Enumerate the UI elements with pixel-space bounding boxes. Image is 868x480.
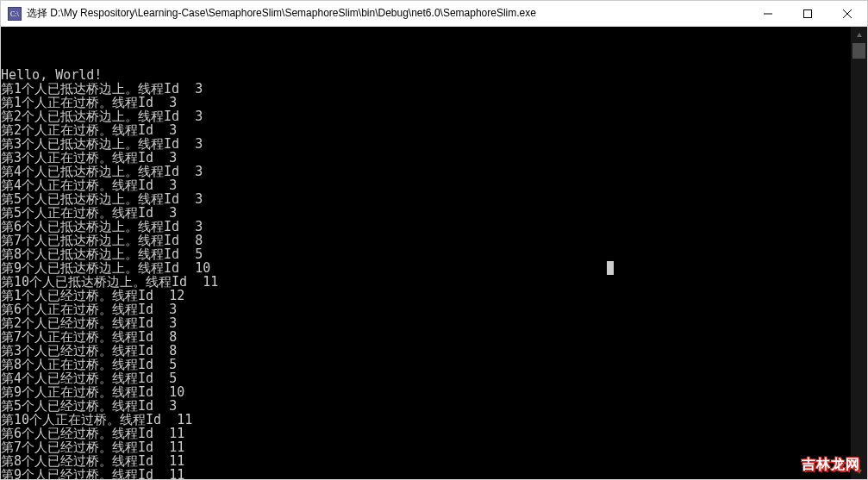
console-line: 第5个人正在过桥。线程Id 3: [1, 206, 851, 220]
selection-caret: [607, 261, 614, 275]
svg-text:C:\: C:\: [10, 10, 20, 18]
console-line: 第9个人已抵达桥边上。线程Id 10: [1, 261, 851, 275]
console-line: 第1个人正在过桥。线程Id 3: [1, 96, 851, 109]
console-line: 第8个人已抵达桥边上。线程Id 5: [1, 247, 851, 261]
svg-rect-4: [804, 9, 812, 17]
console-line: 第1个人已抵达桥边上。线程Id 3: [1, 82, 851, 96]
console-line: 第5个人已经过桥。线程Id 3: [1, 399, 851, 413]
scroll-up-arrow[interactable]: [851, 27, 867, 43]
console-line: 第4个人已经过桥。线程Id 5: [1, 371, 851, 385]
console-line: 第3个人已抵达桥边上。线程Id 3: [1, 137, 851, 151]
console-line: 第2个人已抵达桥边上。线程Id 3: [1, 109, 851, 123]
console-app-icon: C:\: [8, 7, 22, 21]
scroll-thumb[interactable]: [852, 43, 865, 59]
console-line: 第10个人已抵达桥边上。线程Id 11: [1, 275, 851, 289]
console-line: 第3个人正在过桥。线程Id 3: [1, 151, 851, 165]
console-line: 第5个人已抵达桥边上。线程Id 3: [1, 192, 851, 206]
console-line: 第10个人正在过桥。线程Id 11: [1, 413, 851, 427]
svg-marker-7: [857, 33, 862, 37]
console-line: 第6个人正在过桥。线程Id 3: [1, 302, 851, 316]
console-line: 第4个人已抵达桥边上。线程Id 3: [1, 165, 851, 178]
console-line: 第8个人正在过桥。线程Id 5: [1, 358, 851, 371]
console-line: 第9个人已经过桥。线程Id 11: [1, 468, 851, 479]
console-line: 第2个人已经过桥。线程Id 3: [1, 316, 851, 330]
titlebar: C:\ 选择 D:\My Respository\Learning-Case\S…: [1, 1, 867, 27]
console-line: Hello, World!: [1, 68, 851, 82]
console-line: 第3个人已经过桥。线程Id 8: [1, 344, 851, 358]
window-title: 选择 D:\My Respository\Learning-Case\Semap…: [27, 6, 748, 21]
window-controls: [748, 1, 867, 26]
console-line: 第1个人已经过桥。线程Id 12: [1, 289, 851, 302]
console-line: 第7个人已抵达桥边上。线程Id 8: [1, 234, 851, 247]
console-line: 第7个人已经过桥。线程Id 11: [1, 440, 851, 454]
watermark: 吉林龙网: [802, 456, 860, 474]
console-line: 第7个人正在过桥。线程Id 8: [1, 330, 851, 344]
console-line: 第9个人正在过桥。线程Id 10: [1, 385, 851, 399]
maximize-button[interactable]: [788, 1, 827, 26]
minimize-button[interactable]: [748, 1, 788, 26]
vertical-scrollbar[interactable]: [851, 27, 867, 479]
console-line: 第2个人正在过桥。线程Id 3: [1, 123, 851, 137]
console-line: 第8个人已经过桥。线程Id 11: [1, 454, 851, 468]
scroll-track[interactable]: [851, 43, 867, 463]
console-line: 第4个人正在过桥。线程Id 3: [1, 178, 851, 192]
close-button[interactable]: [827, 1, 867, 26]
console-line: 第6个人已经过桥。线程Id 11: [1, 427, 851, 440]
console-output[interactable]: Hello, World!第1个人已抵达桥边上。线程Id 3第1个人正在过桥。线…: [1, 27, 851, 479]
console-line: 第6个人已抵达桥边上。线程Id 3: [1, 220, 851, 234]
